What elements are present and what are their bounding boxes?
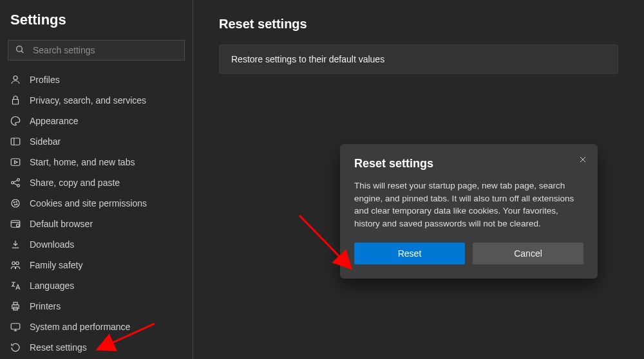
sidebar-item-label: Reset settings [30, 342, 87, 353]
sidebar-item-privacy[interactable]: Privacy, search, and services [8, 90, 185, 111]
sidebar-item-label: Profiles [30, 75, 60, 85]
sidebar-item-label: Appearance [30, 116, 79, 126]
svg-point-15 [16, 201, 17, 203]
svg-point-13 [12, 199, 19, 207]
printer-icon [9, 300, 22, 313]
lock-icon [9, 94, 22, 107]
sidebar-item-label: Family safety [30, 260, 82, 270]
settings-nav: Profiles Privacy, search, and services A… [8, 69, 185, 358]
search-settings-field[interactable] [8, 40, 185, 60]
svg-rect-23 [12, 305, 19, 309]
close-button[interactable] [576, 153, 590, 167]
section-title: Reset settings [219, 17, 618, 32]
sidebar-item-downloads[interactable]: Downloads [8, 234, 185, 255]
dialog-body: This will reset your startup page, new t… [354, 180, 583, 230]
svg-rect-26 [11, 324, 20, 329]
svg-rect-24 [14, 302, 17, 305]
download-icon [9, 238, 22, 251]
svg-rect-4 [11, 138, 20, 145]
sidebar-item-label: Share, copy and paste [30, 178, 120, 188]
settings-sidebar: Settings Profiles Privacy, search, and s… [0, 0, 193, 359]
share-icon [9, 176, 22, 189]
palette-icon [9, 115, 22, 127]
sidebar-item-cookies[interactable]: Cookies and site permissions [8, 193, 185, 214]
svg-rect-6 [11, 159, 20, 166]
restore-defaults-row[interactable]: Restore settings to their default values [219, 44, 618, 74]
sidebar-item-start[interactable]: Start, home, and new tabs [8, 152, 185, 172]
svg-line-12 [14, 183, 17, 185]
sidebar-item-label: Cookies and site permissions [30, 198, 147, 208]
sidebar-item-label: Downloads [30, 239, 74, 250]
sidebar-item-label: Default browser [30, 219, 93, 229]
sidebar-item-share[interactable]: Share, copy and paste [8, 172, 185, 193]
close-icon [578, 155, 587, 166]
svg-rect-3 [13, 100, 19, 105]
restore-defaults-label: Restore settings to their default values [231, 54, 384, 64]
svg-marker-7 [15, 161, 18, 164]
cancel-button[interactable]: Cancel [473, 243, 583, 264]
play-icon [9, 156, 22, 169]
sidebar-item-reset[interactable]: Reset settings [8, 337, 185, 358]
svg-point-20 [17, 224, 20, 227]
system-icon [9, 320, 22, 333]
page-title: Settings [8, 12, 185, 28]
family-icon [9, 259, 22, 272]
browser-icon [9, 217, 22, 230]
sidebar-item-profiles[interactable]: Profiles [8, 69, 185, 90]
dialog-title: Reset settings [354, 157, 583, 170]
sidebar-item-label: Privacy, search, and services [30, 95, 146, 106]
svg-point-21 [12, 262, 15, 265]
sidebar-item-label: Sidebar [30, 136, 61, 147]
sidebar-item-label: Start, home, and new tabs [30, 157, 135, 167]
reset-icon [9, 341, 22, 354]
sidebar-item-languages[interactable]: Languages [8, 275, 185, 296]
sidebar-item-default-browser[interactable]: Default browser [8, 214, 185, 234]
search-icon [15, 44, 25, 57]
dialog-actions: Reset Cancel [354, 243, 583, 264]
sidebar-item-system[interactable]: System and performance [8, 317, 185, 337]
svg-line-1 [21, 51, 23, 53]
svg-point-17 [17, 204, 18, 205]
sidebar-layout-icon [9, 135, 22, 148]
search-input[interactable] [33, 45, 178, 55]
svg-point-2 [14, 76, 17, 80]
svg-line-11 [14, 180, 17, 182]
sidebar-item-label: Printers [30, 301, 61, 311]
svg-point-16 [15, 205, 16, 206]
profile-icon [9, 73, 22, 86]
language-icon [9, 279, 22, 292]
svg-point-14 [14, 202, 15, 203]
sidebar-item-label: System and performance [30, 322, 130, 332]
svg-point-22 [16, 262, 19, 265]
sidebar-item-label: Languages [30, 281, 74, 291]
sidebar-item-printers[interactable]: Printers [8, 296, 185, 317]
svg-point-0 [17, 46, 23, 51]
reset-button[interactable]: Reset [354, 243, 465, 264]
reset-settings-dialog: Reset settings This will reset your star… [340, 144, 598, 279]
sidebar-item-sidebar[interactable]: Sidebar [8, 131, 185, 152]
sidebar-item-family[interactable]: Family safety [8, 255, 185, 275]
sidebar-item-appearance[interactable]: Appearance [8, 111, 185, 131]
cookie-icon [9, 197, 22, 210]
